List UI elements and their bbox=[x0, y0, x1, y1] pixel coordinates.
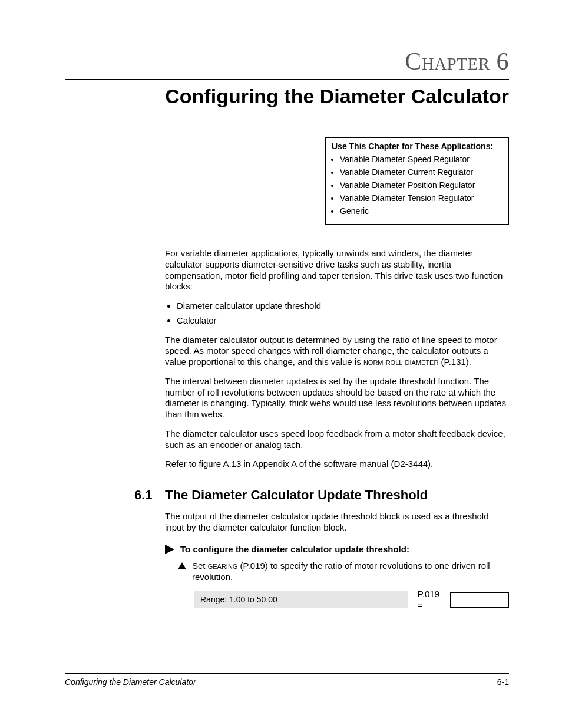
list-item: Calculator bbox=[177, 315, 509, 327]
page: Chapter 6 Configuring the Diameter Calcu… bbox=[0, 0, 562, 728]
triangle-right-icon bbox=[165, 545, 174, 554]
chapter-word: Chapter bbox=[405, 48, 490, 75]
list-item: Variable Diameter Speed Regulator bbox=[340, 154, 503, 164]
list-item: Diameter calculator update threshold bbox=[177, 301, 509, 312]
applications-title: Use This Chapter for These Applications: bbox=[332, 141, 503, 151]
section-title: The Diameter Calculator Update Threshold bbox=[165, 487, 428, 503]
intro-body: For variable diameter applications, typi… bbox=[165, 248, 509, 470]
chapter-number: 6 bbox=[497, 48, 510, 75]
range-box: Range: 1.00 to 50.00 bbox=[194, 591, 408, 609]
title-rule bbox=[65, 79, 509, 80]
param-name: norm roll diameter bbox=[363, 357, 439, 367]
step1a: Set bbox=[192, 561, 208, 571]
applications-list: Variable Diameter Speed Regulator Variab… bbox=[332, 154, 503, 216]
list-item: Generic bbox=[340, 206, 503, 216]
intro-p1: For variable diameter applications, typi… bbox=[165, 248, 509, 292]
procedure-heading: To configure the diameter calculator upd… bbox=[165, 544, 509, 555]
intro-p5: Refer to figure A.13 in Appendix A of th… bbox=[165, 459, 509, 470]
section-p1: The output of the diameter calculator up… bbox=[165, 511, 509, 533]
procedure-title: To configure the diameter calculator upd… bbox=[180, 544, 409, 555]
param-input[interactable] bbox=[450, 592, 509, 608]
parameter-row: Range: 1.00 to 50.00 P.019 = bbox=[194, 589, 509, 611]
step-text: Set gearing (P.019) to specify the ratio… bbox=[192, 561, 509, 583]
chapter-label: Chapter 6 bbox=[65, 47, 509, 75]
list-item: Variable Diameter Current Regulator bbox=[340, 167, 503, 177]
section-body: The output of the diameter calculator up… bbox=[165, 511, 509, 611]
page-footer: Configuring the Diameter Calculator 6-1 bbox=[65, 673, 509, 687]
procedure-step: Set gearing (P.019) to specify the ratio… bbox=[178, 561, 509, 583]
list-item: Variable Diameter Position Regulator bbox=[340, 180, 503, 190]
intro-bullets: Diameter calculator update threshold Cal… bbox=[165, 301, 509, 327]
list-item: Variable Diameter Tension Regulator bbox=[340, 193, 503, 203]
intro-p2b: (P.131). bbox=[438, 357, 471, 367]
intro-p2: The diameter calculator output is determ… bbox=[165, 335, 509, 368]
section-number: 6.1 bbox=[65, 487, 165, 503]
chapter-title: Configuring the Diameter Calculator bbox=[65, 85, 509, 108]
triangle-up-icon bbox=[178, 562, 186, 569]
footer-left: Configuring the Diameter Calculator bbox=[65, 677, 196, 687]
applications-box: Use This Chapter for These Applications:… bbox=[325, 137, 509, 225]
intro-p4: The diameter calculator uses speed loop … bbox=[165, 429, 509, 451]
param-label: P.019 = bbox=[418, 589, 447, 611]
intro-p3: The interval between diameter updates is… bbox=[165, 376, 509, 420]
footer-right: 6-1 bbox=[497, 677, 509, 687]
param-name: gearing bbox=[208, 561, 238, 571]
section-heading: 6.1 The Diameter Calculator Update Thres… bbox=[65, 487, 509, 503]
